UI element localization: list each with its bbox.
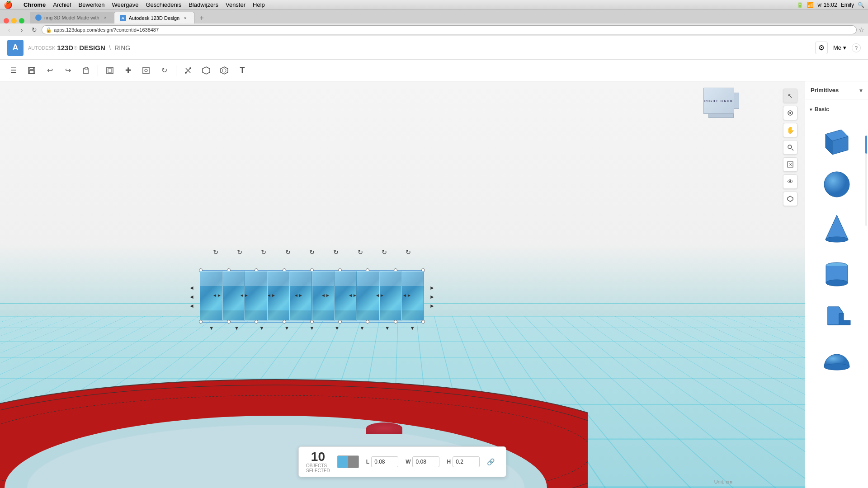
close-button[interactable]: [4, 18, 9, 23]
panel-scrollbar-track[interactable]: [865, 136, 867, 226]
svg-point-36: [826, 280, 848, 286]
material-tool[interactable]: [783, 192, 797, 206]
clipboard-button[interactable]: [78, 62, 94, 79]
menu-bladwijzers[interactable]: Bladwijzers: [189, 1, 218, 8]
primitive-sphere[interactable]: [814, 164, 859, 204]
bookmark-icon[interactable]: ☆: [859, 26, 864, 33]
window-controls[interactable]: [4, 18, 24, 23]
browser-tab-1[interactable]: ring 3D Model Made with ×: [30, 12, 114, 23]
forward-button[interactable]: ›: [16, 24, 27, 35]
address-bar[interactable]: 🔒 apps.123dapp.com/design/?contentid=163…: [42, 25, 857, 34]
snap-button[interactable]: [138, 62, 154, 79]
svg-marker-27: [788, 196, 793, 202]
primitive-halfsphere[interactable]: [814, 341, 859, 381]
menu-venster[interactable]: Venster: [226, 1, 245, 8]
undo-button[interactable]: ↩: [42, 62, 58, 79]
minimize-button[interactable]: [11, 18, 17, 23]
orbit-tool[interactable]: [783, 106, 797, 120]
rotate-arrows-top: ↺ ↺ ↺ ↺ ↺ ↺ ↺ ↺ ↺: [203, 249, 420, 256]
menu-geschiedenis[interactable]: Geschiedenis: [146, 1, 181, 8]
zoom-icon: [787, 144, 794, 151]
handle-bl[interactable]: [199, 320, 203, 324]
text-button[interactable]: T: [234, 62, 250, 79]
handle-bm5[interactable]: [338, 320, 342, 324]
save-button[interactable]: [24, 62, 40, 79]
tab1-favicon: [35, 14, 42, 21]
add-button[interactable]: ✚: [120, 62, 136, 79]
refresh-scene-button[interactable]: ↻: [156, 62, 172, 79]
handle-bm7[interactable]: [394, 320, 397, 324]
apple-menu[interactable]: 🍎: [4, 0, 13, 9]
panel-scrollbar-thumb[interactable]: [865, 136, 867, 154]
redo-button[interactable]: ↪: [60, 62, 76, 79]
w-label: W: [406, 459, 410, 465]
menu-weergave[interactable]: Weergave: [112, 1, 138, 8]
left-arrow-3: ◄: [189, 303, 194, 309]
menu-help[interactable]: Help: [253, 1, 265, 8]
selected-objects-group[interactable]: ↺ ↺ ↺ ↺ ↺ ↺ ↺ ↺ ↺: [199, 262, 425, 339]
fit-tool[interactable]: [783, 157, 797, 172]
pan-tool[interactable]: ✋: [783, 123, 797, 137]
me-chevron-icon: ▾: [843, 44, 846, 51]
handle-br[interactable]: [421, 320, 425, 324]
h-arrow-5: ◄►: [321, 293, 330, 298]
group-button[interactable]: [198, 62, 214, 79]
handle-bm1[interactable]: [227, 320, 231, 324]
down-arrow-9: ▼: [410, 325, 415, 331]
svg-point-39: [824, 364, 849, 370]
primitive-cylinder[interactable]: [814, 252, 859, 293]
frame-button[interactable]: [102, 62, 118, 79]
left-arrow-1: ◄: [189, 285, 194, 291]
panel-toggle-icon[interactable]: ▾: [859, 87, 863, 94]
maximize-button[interactable]: [19, 18, 24, 23]
link-dimensions-icon[interactable]: 🔗: [487, 458, 495, 465]
primitive-bracket[interactable]: [814, 296, 859, 337]
rotate-arrow-3: ↺: [261, 249, 266, 256]
view-tool[interactable]: 👁: [783, 174, 797, 189]
handle-bm2[interactable]: [255, 320, 258, 324]
w-input[interactable]: [412, 456, 439, 467]
select-tool[interactable]: ↖: [783, 89, 797, 103]
color-swatch[interactable]: [337, 455, 359, 468]
search-icon[interactable]: 🔍: [858, 2, 864, 8]
tab2-close[interactable]: ×: [182, 15, 189, 21]
refresh-button[interactable]: ↻: [29, 24, 40, 35]
handle-bm3[interactable]: [283, 320, 286, 324]
viewport[interactable]: ↺ ↺ ↺ ↺ ↺ ↺ ↺ ↺ ↺: [0, 81, 805, 488]
svg-rect-1: [30, 67, 33, 70]
rotate-arrow-2: ↺: [237, 249, 242, 256]
l-input[interactable]: [371, 456, 398, 467]
basic-section-header[interactable]: ▾ Basic: [805, 103, 868, 116]
primitive-box[interactable]: [814, 119, 859, 160]
handle-bm6[interactable]: [366, 320, 369, 324]
boolean-button[interactable]: [216, 62, 232, 79]
view-cube[interactable]: RIGHT BACK: [703, 88, 732, 117]
menu-button[interactable]: ☰: [5, 62, 22, 79]
back-button[interactable]: ‹: [4, 24, 14, 35]
menu-bewerken[interactable]: Bewerken: [79, 1, 105, 8]
me-menu[interactable]: Me ▾: [833, 44, 846, 51]
help-button[interactable]: ?: [852, 43, 861, 52]
brand-prefix: AUTODESK: [28, 45, 55, 51]
lock-icon: 🔒: [46, 27, 52, 33]
tab1-close[interactable]: ×: [102, 14, 108, 21]
gear-icon: ⚙: [818, 43, 825, 52]
menu-archief[interactable]: Archief: [53, 1, 71, 8]
h-input[interactable]: [453, 456, 480, 467]
new-tab-button[interactable]: +: [196, 13, 207, 23]
svg-point-33: [826, 237, 848, 242]
handle-bm4[interactable]: [310, 320, 314, 324]
tab2-label: Autodesk 123D Design: [129, 15, 180, 21]
primitive-cone[interactable]: [814, 208, 859, 249]
main-layout: ↺ ↺ ↺ ↺ ↺ ↺ ↺ ↺ ↺: [0, 81, 868, 488]
svg-marker-12: [221, 67, 228, 74]
unit-label: Unit: cm: [714, 479, 732, 484]
down-arrow-4: ▼: [284, 325, 289, 331]
transform-button[interactable]: [180, 62, 196, 79]
settings-button[interactable]: ⚙: [815, 42, 828, 54]
zoom-tool[interactable]: [783, 140, 797, 155]
height-field: H: [447, 456, 480, 467]
left-arrows: ◄ ◄ ◄: [189, 285, 194, 309]
menu-chrome[interactable]: Chrome: [24, 1, 46, 8]
browser-tab-2[interactable]: A Autodesk 123D Design ×: [114, 12, 195, 23]
